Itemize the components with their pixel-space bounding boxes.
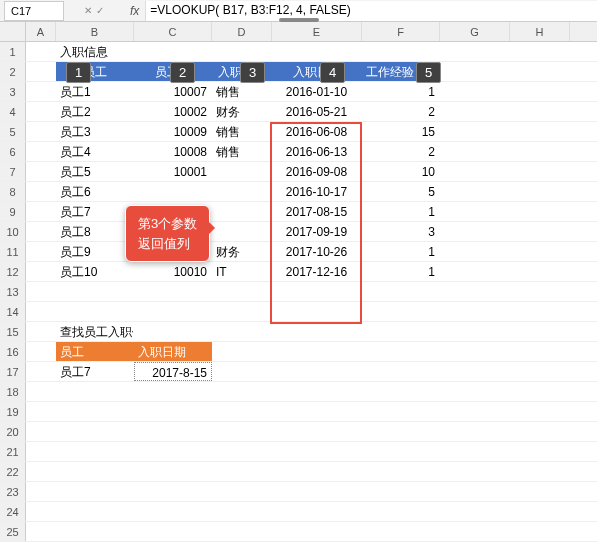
row-header-6[interactable]: 6 [0, 142, 26, 161]
cell-H13[interactable] [510, 282, 570, 301]
cell-H9[interactable] [510, 202, 570, 221]
cell-A16[interactable] [26, 342, 56, 361]
cancel-icon[interactable]: ✕ [84, 5, 92, 16]
cell-A7[interactable] [26, 162, 56, 181]
row-header-7[interactable]: 7 [0, 162, 26, 181]
cell-D19[interactable] [212, 402, 272, 421]
cell-B21[interactable] [56, 442, 134, 461]
cell-F19[interactable] [362, 402, 440, 421]
cell-C3[interactable]: 10007 [134, 82, 212, 101]
cell-D25[interactable] [212, 522, 272, 541]
cell-D3[interactable]: 销售 [212, 82, 272, 101]
cell-F25[interactable] [362, 522, 440, 541]
cell-E12[interactable]: 2017-12-16 [272, 262, 362, 281]
row-header-16[interactable]: 16 [0, 342, 26, 361]
cell-H4[interactable] [510, 102, 570, 121]
cell-C25[interactable] [134, 522, 212, 541]
cell-D12[interactable]: IT [212, 262, 272, 281]
cell-G20[interactable] [440, 422, 510, 441]
cell-E13[interactable] [272, 282, 362, 301]
cell-C20[interactable] [134, 422, 212, 441]
cell-C13[interactable] [134, 282, 212, 301]
col-header-G[interactable]: G [440, 22, 510, 41]
row-header-22[interactable]: 22 [0, 462, 26, 481]
cell-G3[interactable] [440, 82, 510, 101]
cell-B5[interactable]: 员工3 [56, 122, 134, 141]
cell-D14[interactable] [212, 302, 272, 321]
cell-D7[interactable] [212, 162, 272, 181]
cell-A17[interactable] [26, 362, 56, 381]
cell-E5[interactable]: 2016-06-08 [272, 122, 362, 141]
cell-E18[interactable] [272, 382, 362, 401]
cell-D6[interactable]: 销售 [212, 142, 272, 161]
cell-E15[interactable] [272, 322, 362, 341]
cell-H20[interactable] [510, 422, 570, 441]
cell-C19[interactable] [134, 402, 212, 421]
cell-F11[interactable]: 1 [362, 242, 440, 261]
cell-F8[interactable]: 5 [362, 182, 440, 201]
cell-G21[interactable] [440, 442, 510, 461]
cell-H19[interactable] [510, 402, 570, 421]
cell-G1[interactable] [440, 42, 510, 61]
cell-H10[interactable] [510, 222, 570, 241]
cell-G10[interactable] [440, 222, 510, 241]
row-header-24[interactable]: 24 [0, 502, 26, 521]
row-header-14[interactable]: 14 [0, 302, 26, 321]
cell-H7[interactable] [510, 162, 570, 181]
cell-B18[interactable] [56, 382, 134, 401]
cell-B1[interactable]: 入职信息 [56, 42, 134, 61]
cell-A24[interactable] [26, 502, 56, 521]
cell-E24[interactable] [272, 502, 362, 521]
col-header-B[interactable]: B [56, 22, 134, 41]
cell-G23[interactable] [440, 482, 510, 501]
cell-D18[interactable] [212, 382, 272, 401]
cell-F5[interactable]: 15 [362, 122, 440, 141]
cell-D24[interactable] [212, 502, 272, 521]
cell-B23[interactable] [56, 482, 134, 501]
cell-F21[interactable] [362, 442, 440, 461]
cell-D8[interactable] [212, 182, 272, 201]
cell-E9[interactable]: 2017-08-15 [272, 202, 362, 221]
cell-D17[interactable] [212, 362, 272, 381]
cell-D16[interactable] [212, 342, 272, 361]
cell-D5[interactable]: 销售 [212, 122, 272, 141]
row-header-19[interactable]: 19 [0, 402, 26, 421]
cell-H1[interactable] [510, 42, 570, 61]
cell-A15[interactable] [26, 322, 56, 341]
cell-B24[interactable] [56, 502, 134, 521]
row-header-21[interactable]: 21 [0, 442, 26, 461]
cell-D4[interactable]: 财务 [212, 102, 272, 121]
cell-C7[interactable]: 10001 [134, 162, 212, 181]
cell-E2[interactable]: 入职日期 [272, 62, 362, 81]
cell-H15[interactable] [510, 322, 570, 341]
cell-C4[interactable]: 10002 [134, 102, 212, 121]
cell-C23[interactable] [134, 482, 212, 501]
cell-H3[interactable] [510, 82, 570, 101]
row-header-1[interactable]: 1 [0, 42, 26, 61]
cell-F16[interactable] [362, 342, 440, 361]
cell-E23[interactable] [272, 482, 362, 501]
cell-F10[interactable]: 3 [362, 222, 440, 241]
cell-A12[interactable] [26, 262, 56, 281]
row-header-5[interactable]: 5 [0, 122, 26, 141]
cell-A1[interactable] [26, 42, 56, 61]
cell-H2[interactable] [510, 62, 570, 81]
row-header-20[interactable]: 20 [0, 422, 26, 441]
cell-H18[interactable] [510, 382, 570, 401]
cell-H22[interactable] [510, 462, 570, 481]
cell-A11[interactable] [26, 242, 56, 261]
cell-E20[interactable] [272, 422, 362, 441]
cell-E1[interactable] [272, 42, 362, 61]
cell-E16[interactable] [272, 342, 362, 361]
cell-E10[interactable]: 2017-09-19 [272, 222, 362, 241]
cell-H25[interactable] [510, 522, 570, 541]
row-header-9[interactable]: 9 [0, 202, 26, 221]
enter-icon[interactable]: ✓ [96, 5, 104, 16]
cell-F4[interactable]: 2 [362, 102, 440, 121]
cell-G24[interactable] [440, 502, 510, 521]
cell-H23[interactable] [510, 482, 570, 501]
cell-G22[interactable] [440, 462, 510, 481]
row-header-18[interactable]: 18 [0, 382, 26, 401]
cell-B17[interactable]: 员工7 [56, 362, 134, 381]
cell-C12[interactable]: 10010 [134, 262, 212, 281]
